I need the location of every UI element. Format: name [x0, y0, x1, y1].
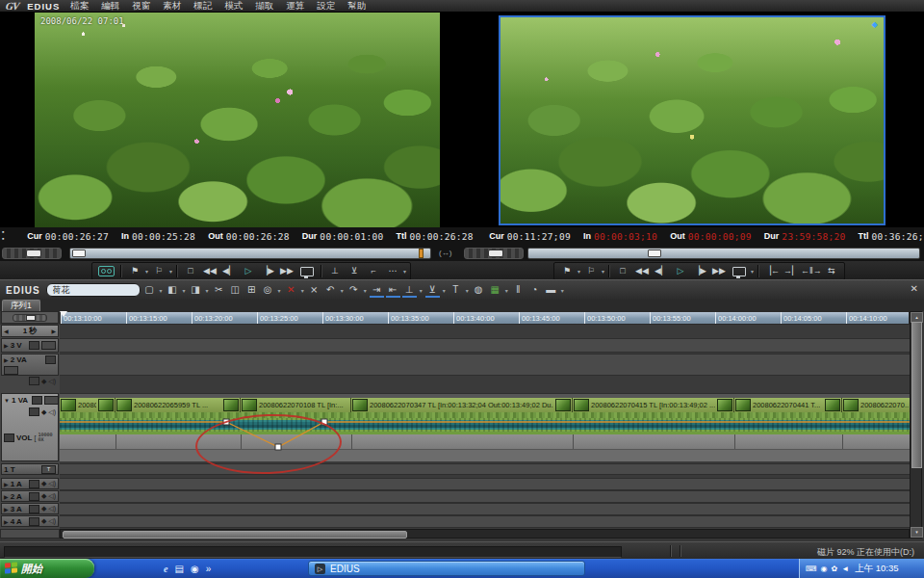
track-header-4a[interactable]: ▶ 4 A ◆ ◁) [1, 515, 59, 527]
timeline-clip[interactable]: 20080622070108 TL [In:... [241, 398, 351, 412]
rewind-button[interactable]: ◀◀ [200, 264, 219, 278]
chevron-down-icon[interactable]: ▾ [602, 268, 604, 275]
track-header-2a[interactable]: ▶ 2 A ◆ ◁) [1, 490, 59, 502]
menu-item-file[interactable]: 檔案 [68, 0, 90, 13]
track-header-1va[interactable]: ▼ 1 VA ◆ ◁) VOL [ 100000X [1, 393, 59, 461]
track-lock-button[interactable] [41, 341, 56, 350]
redo-icon[interactable]: ↷ [346, 282, 361, 298]
expand-icon[interactable]: ▶ [4, 356, 9, 363]
audio-mute-button[interactable] [29, 492, 39, 501]
track-4a-content[interactable] [60, 515, 910, 528]
track-header-2va[interactable]: ▶ 2 VA ◆ ◁) [1, 354, 59, 376]
monitor-mode-icon[interactable] [732, 267, 746, 276]
speaker-icon[interactable]: ◁) [48, 378, 56, 385]
track-header-3a[interactable]: ▶ 3 A ◆ ◁) [1, 503, 59, 514]
clock[interactable]: 上午 10:35 [855, 563, 898, 575]
expand-icon[interactable]: ▶ [4, 481, 9, 487]
rewind-button[interactable]: ◀◀ [632, 264, 652, 278]
source-position-bar[interactable] [69, 248, 431, 259]
chevron-down-icon[interactable]: ▾ [278, 287, 281, 294]
fast-forward-button[interactable]: ▶▶ [709, 264, 729, 278]
speaker-icon[interactable]: ◁) [48, 492, 56, 500]
timeline-position-bar[interactable] [527, 248, 920, 259]
chevron-down-icon[interactable]: ▾ [561, 287, 564, 294]
play-button[interactable]: ▷ [239, 264, 258, 278]
title-tool-icon[interactable]: T [449, 282, 463, 298]
track-2va-content[interactable] [60, 354, 910, 376]
playhead-marker[interactable] [60, 311, 67, 317]
next-frame-button[interactable]: ▕▶ [258, 264, 277, 278]
timeline-ruler[interactable]: 00:13:10:00 00:13:15:00 00:13:20:00 00:1… [60, 311, 910, 325]
menu-item-mode[interactable]: 模式 [222, 0, 244, 13]
open-project-icon[interactable]: ◧ [166, 282, 180, 298]
track-scale-slider[interactable] [13, 314, 47, 322]
source-monitor-video[interactable]: 2008/06/22 07:01 [35, 13, 440, 227]
delete-icon[interactable]: ✕ [284, 282, 298, 298]
vol-selector[interactable]: VOL [16, 434, 32, 442]
stop-button[interactable]: □ [181, 264, 200, 278]
set-out-point-button[interactable]: ⚐ [581, 264, 601, 278]
menu-item-window[interactable]: 視窗 [130, 0, 152, 13]
overwrite-to-timeline-button[interactable]: ⊻ [345, 264, 364, 278]
chevron-down-icon[interactable]: ▾ [505, 287, 508, 294]
track-header-1a[interactable]: ▶ 1 A ◆ ◁) [1, 478, 59, 489]
menu-item-marker[interactable]: 標記 [192, 0, 214, 13]
previous-frame-button[interactable]: ◀▏ [219, 264, 239, 278]
expand-icon[interactable]: ▶ [4, 342, 9, 349]
play-button[interactable]: ▷ [671, 264, 690, 278]
pan-icon[interactable]: ◆ [41, 408, 46, 416]
input-method-icon[interactable]: ⌨ [806, 565, 817, 573]
menu-item-settings[interactable]: 設定 [315, 0, 337, 13]
audio-mute-button[interactable] [29, 505, 39, 513]
replace-clip-button[interactable]: ⌐ [364, 264, 383, 278]
track-header-1t[interactable]: 1 T T [1, 463, 59, 475]
title-track-button[interactable]: T [41, 465, 56, 474]
chevron-down-icon[interactable]: ▾ [403, 268, 406, 275]
ripple-delete-icon[interactable]: ⨯ [307, 282, 321, 298]
menu-item-capture[interactable]: 擷取 [253, 0, 275, 13]
slip-trim-button[interactable]: ⇆ [822, 264, 841, 278]
pan-icon[interactable]: ◆ [41, 517, 46, 525]
set-out-icon[interactable]: ⇤ [386, 283, 400, 298]
monitor-mode-icon[interactable] [300, 267, 314, 276]
add-cut-point-icon[interactable]: ⊥ [402, 283, 417, 298]
panel-layout-icon[interactable]: ▬ [544, 282, 558, 298]
sequence-name-input[interactable] [46, 283, 141, 297]
track-2a-content[interactable] [60, 490, 910, 503]
speaker-icon[interactable]: ◁) [48, 408, 56, 416]
speaker-icon[interactable]: ◁) [48, 480, 56, 487]
slide-trim-button[interactable]: ←‖→ [801, 264, 822, 278]
undo-icon[interactable]: ↶ [323, 282, 338, 298]
sync-mode-icon[interactable]: ◔ [527, 282, 542, 298]
source-shuttle-slider[interactable] [2, 248, 62, 259]
browser-icon[interactable]: e [164, 564, 167, 574]
track-lock-button[interactable] [4, 366, 18, 375]
chevron-down-icon[interactable]: ▾ [751, 268, 754, 275]
voice-over-icon[interactable]: ◍ [472, 282, 486, 298]
zoom-out-icon[interactable]: ◀ [4, 328, 9, 334]
track-1t-content[interactable] [60, 463, 910, 475]
menu-item-render[interactable]: 運算 [284, 0, 306, 13]
chevron-down-icon[interactable]: ▾ [183, 287, 186, 294]
vertical-scroll-thumb[interactable] [911, 322, 922, 468]
volume-icon[interactable]: ◄ [841, 565, 849, 573]
tab-sequence-1[interactable]: 序列1 [2, 300, 40, 311]
fast-forward-button[interactable]: ▶▶ [277, 264, 296, 278]
render-icon[interactable]: ▦ [488, 282, 502, 298]
zoom-in-icon[interactable]: ▶ [51, 328, 56, 334]
collapse-icon[interactable]: ▼ [4, 398, 10, 404]
quick-launch-overflow-icon[interactable]: » [206, 564, 212, 574]
menu-item-clip[interactable]: 素材 [161, 0, 183, 13]
capture-icon[interactable] [98, 266, 115, 276]
trim-in-button[interactable]: ▕← [762, 264, 782, 278]
loop-icon[interactable]: (↔) [439, 249, 451, 257]
volume-envelope[interactable] [60, 412, 910, 451]
set-in-point-button[interactable]: ⚑ [125, 264, 144, 278]
stop-button[interactable]: □ [613, 264, 632, 278]
replace-icon[interactable]: ◎ [261, 282, 275, 298]
timeline-position-thumb[interactable] [648, 250, 661, 257]
rubber-band-toggle[interactable] [4, 434, 14, 442]
speaker-icon[interactable]: ◁) [48, 505, 56, 512]
chevron-down-icon[interactable]: ▾ [160, 287, 163, 294]
chevron-down-icon[interactable]: ▾ [341, 287, 344, 294]
